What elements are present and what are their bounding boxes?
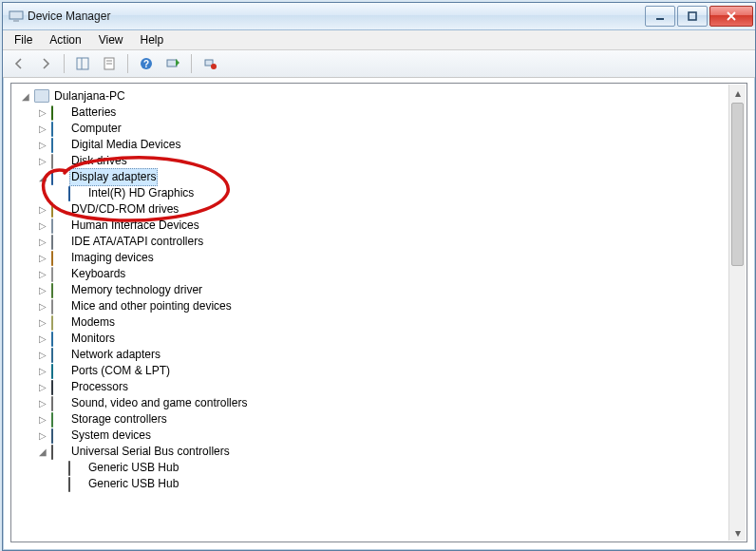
separator [127,54,128,73]
memory-icon [51,283,66,298]
item-label: Imaging devices [69,250,156,266]
expand-icon[interactable]: ▷ [35,251,50,266]
expand-icon[interactable]: ▷ [35,315,50,331]
tree-item-monitors[interactable]: ▷Monitors [14,331,729,347]
expand-icon[interactable]: ▷ [35,122,50,137]
uninstall-button[interactable] [199,53,220,74]
usb-icon [68,461,84,476]
expand-icon[interactable]: ▷ [35,235,50,250]
video-icon [68,186,84,201]
tree-item-disk-drives[interactable]: ▷Disk drives [14,153,729,169]
svg-rect-2 [656,18,664,20]
tree-item-intel-hd-graphics[interactable]: ▷Intel(R) HD Graphics [14,185,729,201]
item-label: Human Interface Devices [69,218,201,234]
tree-item-memory[interactable]: ▷Memory technology driver [14,282,729,298]
item-label: Generic USB Hub [86,460,180,476]
cpu-icon [51,380,66,395]
expand-icon[interactable]: ▷ [35,364,50,379]
scroll-up-arrow[interactable]: ▴ [729,85,746,101]
tree-item-system[interactable]: ▷System devices [14,428,729,444]
tree-item-ide[interactable]: ▷IDE ATA/ATAPI controllers [14,234,729,250]
device-manager-window: Device Manager File Action View Help ? ◢… [2,2,756,551]
svg-rect-4 [77,58,88,69]
battery-icon [51,105,66,121]
tree-item-hid[interactable]: ▷Human Interface Devices [14,218,729,234]
tree-item-batteries[interactable]: ▷Batteries [14,104,729,121]
tree-item-usb-hub[interactable]: ▷Generic USB Hub [14,476,729,492]
menu-view[interactable]: View [91,31,131,48]
menu-help[interactable]: Help [133,31,172,48]
expand-icon[interactable]: ▷ [35,428,50,444]
device-tree[interactable]: ◢ Dulanjana-PC ▷Batteries ▷Computer ▷Dig… [12,85,729,541]
scroll-thumb[interactable] [731,103,744,266]
vertical-scrollbar[interactable]: ▴ ▾ [728,85,746,541]
scroll-down-arrow[interactable]: ▾ [729,524,746,541]
toolbar: ? [3,50,755,78]
expand-icon[interactable]: ▷ [35,412,50,428]
svg-point-13 [211,64,217,69]
expand-icon[interactable]: ▷ [35,283,50,298]
nav-forward-button[interactable] [35,53,56,74]
content-pane: ◢ Dulanjana-PC ▷Batteries ▷Computer ▷Dig… [10,83,747,542]
minimize-button[interactable] [645,6,675,27]
nav-back-button[interactable] [9,53,29,74]
modem-icon [51,315,66,331]
tree-item-processors[interactable]: ▷Processors [14,379,729,395]
expand-icon[interactable]: ▷ [35,138,50,153]
expand-icon[interactable]: ▷ [35,299,50,314]
tree-item-ports[interactable]: ▷Ports (COM & LPT) [14,363,729,379]
collapse-icon[interactable]: ◢ [18,89,33,104]
tree-item-modems[interactable]: ▷Modems [14,314,729,331]
speaker-icon [51,396,66,411]
tree-item-network[interactable]: ▷Network adapters [14,347,729,363]
tree-item-mice[interactable]: ▷Mice and other pointing devices [14,298,729,314]
menu-file[interactable]: File [7,31,40,48]
app-icon [9,9,24,24]
tree-item-usb[interactable]: ◢Universal Serial Bus controllers [14,444,729,460]
svg-text:?: ? [143,59,149,69]
maximize-button[interactable] [677,6,708,27]
tree-item-digital-media[interactable]: ▷Digital Media Devices [14,137,729,153]
menu-action[interactable]: Action [42,31,88,48]
tree-item-storage[interactable]: ▷Storage controllers [14,411,729,428]
video-icon [51,170,66,185]
hid-icon [51,218,66,234]
collapse-icon[interactable]: ◢ [35,170,50,185]
titlebar[interactable]: Device Manager [3,3,755,30]
storage-icon [51,412,66,428]
item-label: System devices [69,428,153,444]
item-label: Mice and other pointing devices [69,298,234,314]
item-label: Batteries [69,104,118,121]
item-label-selected: Display adapters [69,168,158,186]
tree-item-keyboards[interactable]: ▷Keyboards [14,266,729,282]
item-label: Monitors [69,331,117,347]
help-button[interactable]: ? [136,53,157,74]
ide-icon [51,235,66,250]
expand-icon[interactable]: ▷ [35,202,50,218]
expand-icon[interactable]: ▷ [35,396,50,411]
expand-icon[interactable]: ▷ [35,218,50,234]
item-label: Disk drives [69,153,129,169]
scan-hardware-button[interactable] [162,53,183,74]
show-hide-tree-button[interactable] [72,53,93,74]
expand-icon[interactable]: ▷ [35,267,50,282]
expand-icon[interactable]: ▷ [35,380,50,395]
tree-item-display-adapters[interactable]: ◢Display adapters [14,169,729,185]
tree-item-sound[interactable]: ▷Sound, video and game controllers [14,395,729,411]
item-label: Digital Media Devices [69,137,182,153]
tree-item-computer[interactable]: ▷Computer [14,121,729,137]
expand-icon[interactable]: ▷ [35,348,50,363]
tree-root[interactable]: ◢ Dulanjana-PC [14,88,729,104]
dvd-icon [51,202,66,218]
close-button[interactable] [709,6,753,27]
tree-item-imaging[interactable]: ▷Imaging devices [14,250,729,266]
tree-item-dvd[interactable]: ▷DVD/CD-ROM drives [14,201,729,218]
expand-icon[interactable]: ▷ [35,154,50,169]
camera-icon [51,251,66,266]
properties-button[interactable] [99,53,120,74]
collapse-icon[interactable]: ◢ [35,445,50,460]
tree-item-usb-hub[interactable]: ▷Generic USB Hub [14,460,729,476]
expand-icon[interactable]: ▷ [35,105,50,121]
expand-icon[interactable]: ▷ [35,332,50,347]
item-label: Sound, video and game controllers [69,395,249,411]
